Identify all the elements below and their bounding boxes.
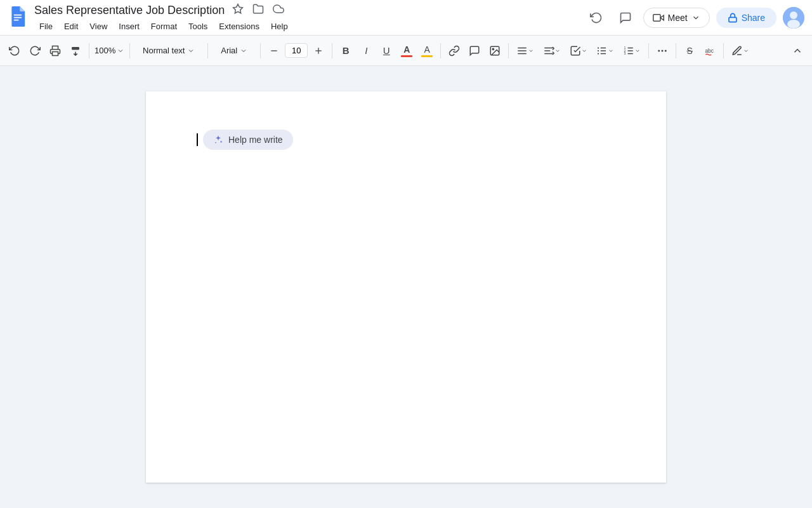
document-area: Help me write: [0, 66, 812, 508]
user-avatar[interactable]: [783, 7, 804, 29]
help-me-write-label: Help me write: [228, 135, 283, 145]
checklist-button[interactable]: [566, 41, 591, 61]
undo-button[interactable]: [5, 41, 24, 61]
print-button[interactable]: [46, 41, 65, 61]
svg-point-34: [658, 50, 660, 51]
svg-text:3: 3: [624, 51, 626, 55]
zoom-value: 100%: [95, 46, 115, 55]
divider-10: [723, 43, 724, 58]
menu-bar: File Edit View Insert Format Tools Exten…: [34, 20, 585, 33]
svg-rect-1: [14, 17, 22, 18]
redo-button[interactable]: [25, 41, 44, 61]
cloud-status-button[interactable]: [270, 2, 287, 18]
numbered-list-button[interactable]: 123: [619, 41, 645, 61]
title-icons: [230, 2, 287, 18]
svg-rect-5: [653, 14, 660, 21]
share-label: Share: [742, 13, 765, 23]
svg-rect-10: [53, 51, 58, 55]
star-button[interactable]: [230, 2, 246, 18]
title-section: Sales Representative Job Description Fil…: [34, 2, 585, 33]
underline-button[interactable]: U: [377, 41, 396, 61]
font-size-input[interactable]: 10: [285, 43, 308, 58]
bold-label: B: [343, 45, 350, 56]
doc-title-text[interactable]: Sales Representative Job Description: [34, 4, 225, 17]
text-style-select[interactable]: Normal text: [134, 41, 204, 61]
title-bar: Sales Representative Job Description Fil…: [0, 0, 812, 36]
divider-4: [260, 43, 261, 58]
svg-rect-2: [14, 19, 19, 20]
meet-button[interactable]: Meet: [643, 8, 710, 28]
align-button[interactable]: [513, 41, 538, 61]
line-spacing-button[interactable]: [539, 41, 565, 61]
more-options-button[interactable]: [653, 41, 672, 61]
highlight-color-indicator: [421, 55, 433, 57]
move-to-folder-button[interactable]: [250, 2, 266, 18]
text-cursor: [197, 133, 198, 146]
history-button[interactable]: [585, 6, 608, 29]
svg-text:abc: abc: [705, 48, 714, 54]
document-content: Help me write: [197, 130, 615, 150]
divider-6: [440, 43, 441, 58]
svg-rect-6: [729, 17, 737, 22]
bullet-list-button[interactable]: [593, 41, 618, 61]
strikethrough-label: S: [687, 46, 693, 56]
menu-edit[interactable]: Edit: [59, 20, 83, 33]
collapse-toolbar-button[interactable]: [788, 41, 807, 61]
highlight-color-container: A: [421, 44, 433, 57]
svg-rect-0: [14, 14, 22, 15]
font-size-decrease-button[interactable]: [265, 41, 284, 61]
gdocs-logo[interactable]: [8, 6, 28, 29]
menu-help[interactable]: Help: [266, 20, 293, 33]
divider-9: [676, 43, 676, 58]
menu-extensions[interactable]: Extensions: [214, 20, 265, 33]
format-paint-button[interactable]: [66, 41, 85, 61]
underline-label: U: [383, 45, 390, 56]
font-size-increase-button[interactable]: [309, 41, 328, 61]
comments-button[interactable]: [614, 6, 637, 29]
divider-3: [207, 43, 208, 58]
doc-title-row: Sales Representative Job Description: [34, 2, 585, 18]
insert-image-button[interactable]: [485, 41, 504, 61]
spelling-button[interactable]: abc: [700, 41, 719, 61]
text-color-container: A: [401, 44, 412, 57]
menu-tools[interactable]: Tools: [183, 20, 213, 33]
zoom-button[interactable]: 100%: [93, 41, 126, 61]
divider-1: [89, 43, 89, 58]
highlight-color-button[interactable]: A: [417, 41, 436, 61]
svg-point-36: [665, 50, 667, 51]
document-page: Help me write: [146, 91, 666, 483]
svg-point-9: [787, 20, 800, 29]
menu-insert[interactable]: Insert: [114, 20, 145, 33]
link-button[interactable]: [445, 41, 464, 61]
divider-8: [648, 43, 649, 58]
top-right-controls: Meet Share: [585, 6, 804, 29]
compose-pen-button[interactable]: [728, 41, 753, 61]
help-me-write-button[interactable]: Help me write: [203, 130, 293, 150]
text-color-indicator: [401, 55, 412, 57]
strikethrough-button[interactable]: S: [680, 41, 699, 61]
menu-view[interactable]: View: [84, 20, 112, 33]
italic-label: I: [365, 45, 367, 56]
toolbar: 100% Normal text Arial 10 B I U A: [0, 36, 812, 66]
sparkle-icon: [213, 135, 223, 145]
italic-button[interactable]: I: [357, 41, 376, 61]
meet-label: Meet: [668, 13, 688, 23]
divider-5: [332, 43, 332, 58]
svg-point-8: [790, 11, 797, 19]
add-comment-button[interactable]: [465, 41, 484, 61]
svg-marker-4: [660, 15, 664, 20]
menu-file[interactable]: File: [34, 20, 58, 33]
svg-point-26: [598, 50, 599, 51]
share-button[interactable]: Share: [716, 8, 776, 28]
menu-format[interactable]: Format: [146, 20, 182, 33]
font-select[interactable]: Arial: [212, 41, 256, 61]
svg-point-25: [598, 47, 599, 48]
divider-2: [129, 43, 130, 58]
svg-point-15: [493, 48, 494, 50]
text-style-label: Normal text: [143, 46, 185, 55]
bold-button[interactable]: B: [336, 41, 355, 61]
svg-marker-3: [233, 4, 243, 13]
svg-point-35: [662, 50, 664, 51]
text-color-button[interactable]: A: [397, 41, 416, 61]
font-label: Arial: [221, 46, 237, 55]
